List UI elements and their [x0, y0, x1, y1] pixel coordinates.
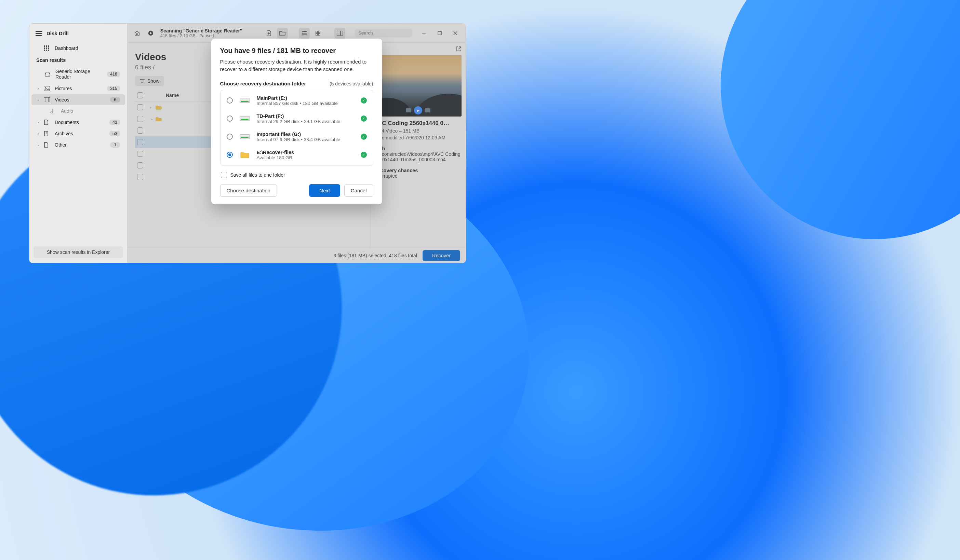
destination-name: Important files (G:) [257, 132, 355, 137]
sidebar-item-count: 53 [109, 131, 120, 136]
device-label: Generic Storage Reader [55, 69, 107, 80]
destination-option[interactable]: E:\Recover-filesAvailable 180 GB✓ [221, 146, 373, 164]
destination-name: E:\Recover-files [257, 150, 355, 155]
sidebar-item-pictures[interactable]: ›Pictures315 [32, 83, 125, 94]
drive-icon [239, 115, 251, 123]
cancel-button[interactable]: Cancel [344, 184, 373, 197]
check-ok-icon: ✓ [361, 97, 367, 104]
svg-rect-1 [46, 45, 47, 47]
dashboard-icon [44, 45, 51, 51]
sidebar: Disk Drill Dashboard Scan results Generi… [29, 24, 128, 263]
svg-point-9 [48, 75, 49, 75]
destination-name: MainPart (E:) [257, 95, 355, 101]
destination-radio[interactable] [227, 115, 233, 122]
destination-radio[interactable] [227, 152, 233, 158]
chevron-right-icon: › [38, 120, 42, 124]
other-icon [44, 142, 51, 148]
folder-icon [239, 151, 251, 159]
chevron-right-icon: › [38, 143, 42, 147]
save-to-one-folder-checkbox[interactable] [221, 172, 227, 178]
modal-title: You have 9 files / 181 MB to recover [220, 47, 373, 55]
modal-backdrop[interactable]: You have 9 files / 181 MB to recover Ple… [128, 24, 466, 263]
show-in-explorer-button[interactable]: Show scan results in Explorer [34, 246, 123, 258]
drive-icon [239, 132, 251, 141]
sidebar-item-label: Pictures [55, 86, 107, 91]
destination-list: MainPart (E:)Internal 857 GB disk • 180 … [220, 90, 373, 166]
sidebar-item-archives[interactable]: ›Archives53 [32, 128, 125, 139]
destination-option[interactable]: MainPart (E:)Internal 857 GB disk • 180 … [221, 92, 373, 110]
sidebar-item-audio[interactable]: Audio [32, 105, 125, 116]
svg-rect-0 [44, 45, 45, 47]
sidebar-item-count: 43 [109, 120, 120, 125]
chevron-right-icon: › [38, 132, 42, 136]
sidebar-item-other[interactable]: ›Other1 [32, 139, 125, 150]
svg-rect-6 [44, 49, 45, 51]
pictures-icon [44, 86, 51, 91]
svg-rect-8 [48, 49, 49, 51]
choose-destination-button[interactable]: Choose destination [220, 184, 277, 197]
sidebar-item-count: 315 [107, 86, 120, 91]
destination-radio[interactable] [227, 97, 233, 104]
disk-icon [45, 72, 52, 77]
recovery-destination-dialog: You have 9 files / 181 MB to recover Ple… [211, 38, 382, 204]
menu-icon[interactable] [35, 31, 42, 36]
sidebar-item-label: Archives [55, 131, 109, 136]
dashboard-label: Dashboard [55, 45, 120, 51]
svg-rect-2 [48, 45, 49, 47]
sidebar-heading-results: Scan results [29, 54, 127, 65]
destination-option[interactable]: Important files (G:)Internal 97.6 GB dis… [221, 128, 373, 146]
sidebar-item-label: Audio [61, 108, 120, 114]
svg-point-15 [51, 112, 53, 113]
destination-name: TD-Part (F:) [257, 113, 355, 119]
choose-destination-label: Choose recovery destination folder [220, 81, 306, 86]
check-ok-icon: ✓ [361, 152, 367, 158]
destination-sub: Internal 97.6 GB disk • 38.4 GB availabl… [257, 137, 355, 142]
destination-sub: Available 180 GB [257, 155, 355, 160]
device-count: 418 [107, 72, 120, 77]
modal-description: Please choose recovery destination. It i… [220, 58, 373, 73]
audio-icon [50, 108, 58, 114]
sidebar-item-label: Documents [55, 120, 109, 125]
archives-icon [44, 131, 51, 136]
main-area: Scanning "Generic Storage Reader" 418 fi… [128, 24, 466, 263]
sidebar-item-videos[interactable]: ›Videos6 [32, 94, 125, 105]
svg-rect-5 [48, 48, 49, 49]
app-window: Disk Drill Dashboard Scan results Generi… [29, 23, 466, 263]
documents-icon [44, 120, 51, 125]
videos-icon [44, 97, 51, 102]
sidebar-item-count: 1 [110, 142, 120, 148]
save-to-one-folder-label: Save all files to one folder [230, 172, 285, 178]
svg-point-11 [45, 88, 46, 88]
svg-rect-3 [44, 48, 45, 49]
destination-sub: Internal 857 GB disk • 180 GB available [257, 101, 355, 106]
sidebar-item-device[interactable]: Generic Storage Reader 418 [32, 66, 125, 82]
next-button[interactable]: Next [309, 184, 340, 197]
svg-rect-4 [46, 48, 47, 49]
sidebar-item-label: Other [55, 142, 110, 148]
chevron-right-icon: › [38, 86, 42, 91]
devices-available: (5 devices available) [330, 81, 373, 86]
sidebar-item-dashboard[interactable]: Dashboard [32, 43, 125, 54]
sidebar-item-count: 6 [110, 97, 120, 102]
sidebar-item-label: Videos [55, 97, 110, 102]
destination-radio[interactable] [227, 134, 233, 140]
destination-sub: Internal 29.2 GB disk • 29.1 GB availabl… [257, 119, 355, 124]
app-title: Disk Drill [46, 30, 69, 36]
check-ok-icon: ✓ [361, 134, 367, 140]
drive-icon [239, 96, 251, 105]
svg-rect-12 [44, 97, 50, 102]
check-ok-icon: ✓ [361, 115, 367, 122]
chevron-right-icon: › [38, 98, 42, 102]
sidebar-item-documents[interactable]: ›Documents43 [32, 117, 125, 128]
svg-rect-7 [46, 49, 47, 51]
destination-option[interactable]: TD-Part (F:)Internal 29.2 GB disk • 29.1… [221, 110, 373, 128]
